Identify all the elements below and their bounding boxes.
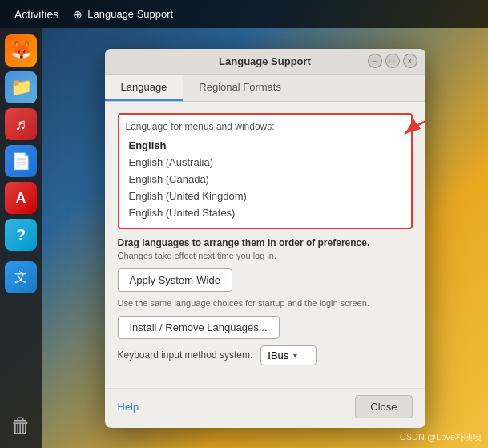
software-icon: A (16, 190, 26, 207)
dock-item-firefox[interactable]: 🦊 (5, 34, 37, 67)
dock: 🦊 📁 ♬ 📄 A ? 文 🗑 (0, 28, 42, 448)
help-icon: ? (16, 226, 26, 244)
dock-item-trash[interactable]: 🗑 (5, 410, 37, 442)
dialog-tabs: Language Regional Formats (105, 75, 425, 102)
firefox-icon: 🦊 (10, 40, 32, 61)
keyboard-row: Keyboard input method system: IBus ▾ (118, 345, 413, 365)
keyboard-method-select[interactable]: IBus ▾ (260, 345, 317, 365)
language-item-us[interactable]: English (United States) (126, 204, 405, 221)
close-button[interactable]: Close (355, 395, 412, 418)
dock-item-rhythmbox[interactable]: ♬ (5, 108, 37, 140)
dialog-overlay: Language Support − □ × Language Regional… (42, 28, 488, 448)
watermark: CSDN @Love朴咦咦 (400, 431, 482, 443)
top-bar: Activities ⊕ Language Support (0, 0, 488, 28)
dock-item-language[interactable]: 文 (5, 261, 37, 293)
drag-subhint: Changes take effect next time you log in… (118, 251, 413, 260)
close-window-icon: × (408, 57, 412, 65)
dialog-title: Language Support (219, 55, 311, 67)
language-icon: 文 (14, 269, 27, 286)
keyboard-label: Keyboard input method system: (118, 349, 253, 361)
app-indicator: ⊕ Language Support (73, 8, 173, 21)
globe-icon: ⊕ (73, 8, 83, 21)
language-item-english[interactable]: English (126, 137, 405, 154)
dock-item-help[interactable]: ? (5, 219, 37, 251)
language-item-uk[interactable]: English (United Kingdom) (126, 188, 405, 204)
language-list-section: Language for menus and windows: English … (118, 113, 413, 229)
language-item-canada[interactable]: English (Canada) (126, 171, 405, 188)
language-list: English English (Australia) English (Can… (126, 137, 405, 221)
dialog-footer: Help Close (105, 388, 425, 428)
dock-item-text-editor[interactable]: 📄 (5, 145, 37, 177)
rhythmbox-icon: ♬ (15, 115, 27, 134)
app-name-label: Language Support (87, 8, 173, 20)
language-support-dialog: Language Support − □ × Language Regional… (105, 49, 425, 428)
dock-item-software[interactable]: A (5, 182, 37, 214)
dock-item-files[interactable]: 📁 (5, 71, 37, 103)
apply-btn-row: Apply System-Wide (118, 268, 413, 292)
keyboard-value: IBus (268, 349, 288, 361)
activities-button[interactable]: Activities (8, 5, 65, 24)
dialog-body: Language for menus and windows: English … (105, 102, 425, 388)
dock-separator (9, 256, 33, 256)
apply-system-wide-button[interactable]: Apply System-Wide (118, 268, 232, 292)
minimize-icon: − (373, 57, 377, 65)
apply-description: Use the same language choices for startu… (118, 298, 413, 308)
dialog-titlebar: Language Support − □ × (105, 49, 425, 75)
drag-hint-bold: Drag languages to arrange them in order … (118, 237, 370, 248)
trash-icon: 🗑 (10, 414, 31, 438)
drag-hint: Drag languages to arrange them in order … (118, 237, 413, 248)
language-section-label: Language for menus and windows: (126, 121, 405, 132)
install-remove-languages-button[interactable]: Install / Remove Languages... (118, 316, 280, 339)
maximize-icon: □ (390, 57, 394, 65)
dialog-controls: − □ × (368, 54, 417, 68)
install-btn-row: Install / Remove Languages... (118, 316, 413, 339)
tab-language[interactable]: Language (105, 75, 184, 101)
text-editor-icon: 📄 (11, 151, 31, 171)
maximize-button[interactable]: □ (385, 54, 400, 68)
dropdown-arrow-icon: ▾ (293, 351, 297, 360)
close-window-button[interactable]: × (403, 54, 417, 68)
help-link[interactable]: Help (118, 401, 139, 413)
minimize-button[interactable]: − (368, 54, 382, 68)
language-item-australia[interactable]: English (Australia) (126, 154, 405, 171)
tab-regional-formats[interactable]: Regional Formats (183, 75, 297, 101)
files-icon: 📁 (10, 77, 32, 98)
